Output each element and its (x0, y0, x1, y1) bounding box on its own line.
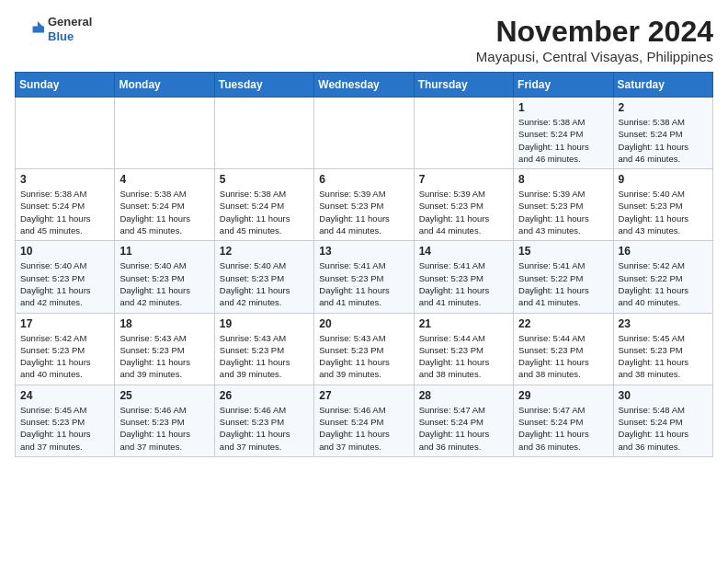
day-number: 28 (419, 389, 508, 402)
day-info: Sunrise: 5:43 AMSunset: 5:23 PMDaylight:… (220, 332, 309, 381)
page-title: November 2024 (476, 15, 713, 49)
calendar-cell: 18Sunrise: 5:43 AMSunset: 5:23 PMDayligh… (115, 313, 214, 385)
day-number: 15 (518, 245, 608, 258)
calendar-cell: 14Sunrise: 5:41 AMSunset: 5:23 PMDayligh… (414, 241, 513, 313)
calendar-cell: 29Sunrise: 5:47 AMSunset: 5:24 PMDayligh… (514, 385, 613, 456)
day-info: Sunrise: 5:38 AMSunset: 5:24 PMDaylight:… (518, 116, 608, 165)
calendar-cell: 9Sunrise: 5:40 AMSunset: 5:23 PMDaylight… (613, 169, 712, 241)
day-info: Sunrise: 5:38 AMSunset: 5:24 PMDaylight:… (20, 188, 109, 236)
calendar-cell: 20Sunrise: 5:43 AMSunset: 5:23 PMDayligh… (314, 313, 414, 385)
day-number: 17 (20, 317, 109, 330)
day-info: Sunrise: 5:42 AMSunset: 5:22 PMDaylight:… (619, 259, 708, 308)
day-number: 11 (119, 245, 209, 258)
calendar-cell (115, 98, 214, 169)
title-block: November 2024 Mayapusi, Central Visayas,… (476, 15, 713, 64)
logo-icon (15, 15, 44, 44)
day-info: Sunrise: 5:40 AMSunset: 5:23 PMDaylight:… (20, 259, 109, 308)
day-number: 30 (619, 389, 708, 402)
calendar-cell: 6Sunrise: 5:39 AMSunset: 5:23 PMDaylight… (314, 169, 414, 241)
day-number: 7 (419, 173, 508, 186)
day-info: Sunrise: 5:41 AMSunset: 5:23 PMDaylight:… (419, 259, 508, 308)
day-info: Sunrise: 5:39 AMSunset: 5:23 PMDaylight:… (319, 188, 408, 236)
day-info: Sunrise: 5:38 AMSunset: 5:24 PMDaylight:… (220, 188, 309, 236)
day-info: Sunrise: 5:41 AMSunset: 5:22 PMDaylight:… (518, 259, 608, 308)
calendar-week-2: 3Sunrise: 5:38 AMSunset: 5:24 PMDaylight… (16, 169, 713, 241)
day-info: Sunrise: 5:38 AMSunset: 5:24 PMDaylight:… (119, 188, 209, 236)
calendar-cell: 26Sunrise: 5:46 AMSunset: 5:23 PMDayligh… (214, 385, 313, 456)
calendar-week-3: 10Sunrise: 5:40 AMSunset: 5:23 PMDayligh… (16, 241, 713, 313)
day-number: 9 (619, 173, 708, 186)
day-number: 5 (220, 173, 309, 186)
day-info: Sunrise: 5:42 AMSunset: 5:23 PMDaylight:… (20, 332, 109, 381)
calendar-cell: 1Sunrise: 5:38 AMSunset: 5:24 PMDaylight… (514, 98, 613, 169)
weekday-header-tuesday: Tuesday (214, 73, 313, 98)
calendar-cell: 2Sunrise: 5:38 AMSunset: 5:24 PMDaylight… (613, 98, 712, 169)
day-info: Sunrise: 5:38 AMSunset: 5:24 PMDaylight:… (619, 116, 708, 165)
calendar-cell: 24Sunrise: 5:45 AMSunset: 5:23 PMDayligh… (16, 385, 115, 456)
day-number: 18 (119, 317, 209, 330)
calendar-cell: 15Sunrise: 5:41 AMSunset: 5:22 PMDayligh… (514, 241, 613, 313)
calendar-cell: 16Sunrise: 5:42 AMSunset: 5:22 PMDayligh… (613, 241, 712, 313)
day-number: 12 (220, 245, 309, 258)
day-info: Sunrise: 5:48 AMSunset: 5:24 PMDaylight:… (619, 404, 708, 453)
calendar-cell: 4Sunrise: 5:38 AMSunset: 5:24 PMDaylight… (115, 169, 214, 241)
day-number: 13 (319, 245, 408, 258)
calendar-cell: 21Sunrise: 5:44 AMSunset: 5:23 PMDayligh… (414, 313, 513, 385)
day-info: Sunrise: 5:47 AMSunset: 5:24 PMDaylight:… (518, 404, 608, 453)
calendar-week-4: 17Sunrise: 5:42 AMSunset: 5:23 PMDayligh… (16, 313, 713, 385)
day-info: Sunrise: 5:46 AMSunset: 5:23 PMDaylight:… (119, 404, 209, 453)
day-info: Sunrise: 5:44 AMSunset: 5:23 PMDaylight:… (419, 332, 508, 381)
day-info: Sunrise: 5:41 AMSunset: 5:23 PMDaylight:… (319, 259, 408, 308)
day-info: Sunrise: 5:45 AMSunset: 5:23 PMDaylight:… (619, 332, 708, 381)
day-number: 8 (518, 173, 608, 186)
calendar-cell: 10Sunrise: 5:40 AMSunset: 5:23 PMDayligh… (16, 241, 115, 313)
day-number: 20 (319, 317, 408, 330)
day-number: 10 (20, 245, 109, 258)
day-number: 2 (619, 101, 708, 114)
calendar-cell: 11Sunrise: 5:40 AMSunset: 5:23 PMDayligh… (115, 241, 214, 313)
day-info: Sunrise: 5:46 AMSunset: 5:24 PMDaylight:… (319, 404, 408, 453)
day-info: Sunrise: 5:44 AMSunset: 5:23 PMDaylight:… (518, 332, 608, 381)
calendar-cell (314, 98, 414, 169)
day-info: Sunrise: 5:43 AMSunset: 5:23 PMDaylight:… (319, 332, 408, 381)
weekday-header-monday: Monday (115, 73, 214, 98)
svg-marker-1 (33, 26, 44, 32)
calendar-cell: 13Sunrise: 5:41 AMSunset: 5:23 PMDayligh… (314, 241, 414, 313)
day-number: 1 (518, 101, 608, 114)
calendar-cell: 17Sunrise: 5:42 AMSunset: 5:23 PMDayligh… (16, 313, 115, 385)
calendar-cell: 8Sunrise: 5:39 AMSunset: 5:23 PMDaylight… (514, 169, 613, 241)
day-number: 27 (319, 389, 408, 402)
calendar-cell (414, 98, 513, 169)
calendar-cell: 25Sunrise: 5:46 AMSunset: 5:23 PMDayligh… (115, 385, 214, 456)
day-number: 29 (518, 389, 608, 402)
day-number: 26 (220, 389, 309, 402)
day-number: 23 (619, 317, 708, 330)
calendar-week-5: 24Sunrise: 5:45 AMSunset: 5:23 PMDayligh… (16, 385, 713, 456)
day-number: 14 (419, 245, 508, 258)
day-info: Sunrise: 5:40 AMSunset: 5:23 PMDaylight:… (619, 188, 708, 236)
day-info: Sunrise: 5:39 AMSunset: 5:23 PMDaylight:… (419, 188, 508, 236)
day-number: 6 (319, 173, 408, 186)
day-info: Sunrise: 5:40 AMSunset: 5:23 PMDaylight:… (220, 259, 309, 308)
day-number: 19 (220, 317, 309, 330)
day-number: 16 (619, 245, 708, 258)
weekday-header-wednesday: Wednesday (314, 73, 414, 98)
day-number: 4 (119, 173, 209, 186)
day-info: Sunrise: 5:43 AMSunset: 5:23 PMDaylight:… (119, 332, 209, 381)
day-info: Sunrise: 5:45 AMSunset: 5:23 PMDaylight:… (20, 404, 109, 453)
calendar-week-1: 1Sunrise: 5:38 AMSunset: 5:24 PMDaylight… (16, 98, 713, 169)
day-info: Sunrise: 5:39 AMSunset: 5:23 PMDaylight:… (518, 188, 608, 236)
logo-text: General Blue (48, 15, 92, 43)
calendar-table: SundayMondayTuesdayWednesdayThursdayFrid… (15, 72, 713, 457)
logo: General Blue (15, 15, 92, 44)
calendar-cell: 27Sunrise: 5:46 AMSunset: 5:24 PMDayligh… (314, 385, 414, 456)
day-number: 21 (419, 317, 508, 330)
day-info: Sunrise: 5:40 AMSunset: 5:23 PMDaylight:… (119, 259, 209, 308)
calendar-cell: 28Sunrise: 5:47 AMSunset: 5:24 PMDayligh… (414, 385, 513, 456)
page-subtitle: Mayapusi, Central Visayas, Philippines (476, 49, 713, 64)
calendar-cell: 19Sunrise: 5:43 AMSunset: 5:23 PMDayligh… (214, 313, 313, 385)
calendar-cell: 5Sunrise: 5:38 AMSunset: 5:24 PMDaylight… (214, 169, 313, 241)
weekday-header-saturday: Saturday (613, 73, 712, 98)
weekday-header-sunday: Sunday (16, 73, 115, 98)
calendar-cell (214, 98, 313, 169)
